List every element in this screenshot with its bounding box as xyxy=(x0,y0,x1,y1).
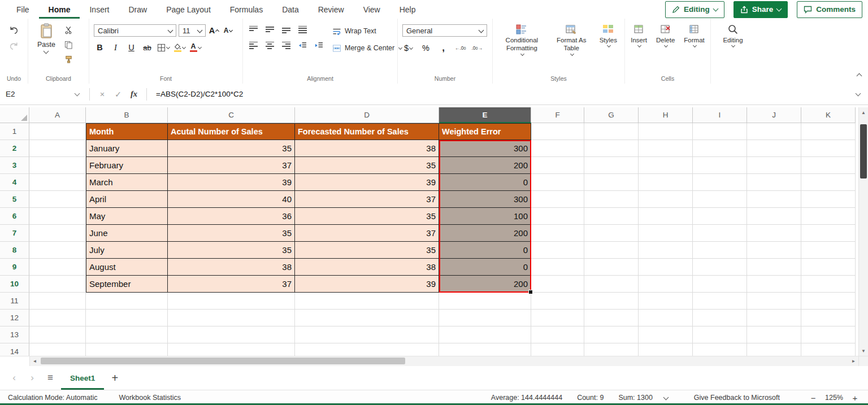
scroll-left-button[interactable]: ◄ xyxy=(30,356,40,366)
top-align-button[interactable] xyxy=(248,24,259,34)
cell-E1[interactable]: Weighted Error xyxy=(439,123,531,140)
cell-J8[interactable] xyxy=(747,242,801,259)
cell-C6[interactable]: 36 xyxy=(168,208,295,225)
cell-F6[interactable] xyxy=(531,208,584,225)
cell-I10[interactable] xyxy=(693,276,747,293)
column-header-B[interactable]: B xyxy=(86,107,168,123)
cell-C8[interactable]: 35 xyxy=(168,242,295,259)
cell-G12[interactable] xyxy=(584,310,639,326)
cell-E6[interactable]: 100 xyxy=(439,208,531,225)
feedback-link[interactable]: Give Feedback to Microsoft xyxy=(694,394,780,402)
cell-D1[interactable]: Forecasted Number of Sales xyxy=(295,123,439,140)
cell-B10[interactable]: September xyxy=(86,276,168,293)
vertical-scroll-track[interactable] xyxy=(859,117,868,346)
cell-D4[interactable]: 39 xyxy=(295,174,439,191)
cell-J4[interactable] xyxy=(747,174,801,191)
row-header-3[interactable]: 3 xyxy=(0,157,29,174)
cell-J7[interactable] xyxy=(747,225,801,242)
cell-K12[interactable] xyxy=(801,310,856,326)
cell-J11[interactable] xyxy=(747,293,801,310)
cell-I13[interactable] xyxy=(693,326,747,343)
cut-button[interactable] xyxy=(63,25,75,35)
cell-H3[interactable] xyxy=(639,157,693,174)
cell-I14[interactable] xyxy=(693,343,747,356)
increase-indent-button[interactable] xyxy=(313,40,324,50)
cell-E4[interactable]: 0 xyxy=(439,174,531,191)
sheet-tab-sheet1[interactable]: Sheet1 xyxy=(61,366,104,390)
copy-button[interactable] xyxy=(63,40,75,50)
cell-K10[interactable] xyxy=(801,276,856,293)
font-size-select[interactable]: 11 xyxy=(179,24,206,37)
align-right-button[interactable] xyxy=(280,40,292,50)
cell-B1[interactable]: Month xyxy=(86,123,168,140)
horizontal-scroll-thumb[interactable] xyxy=(41,358,405,364)
cancel-icon[interactable]: × xyxy=(94,90,110,99)
cell-D6[interactable]: 35 xyxy=(295,208,439,225)
menu-item-file[interactable]: File xyxy=(7,0,39,19)
cell-J6[interactable] xyxy=(747,208,801,225)
cell-K7[interactable] xyxy=(801,225,856,242)
cell-B3[interactable]: February xyxy=(86,157,168,174)
cell-H2[interactable] xyxy=(639,140,693,157)
cell-A5[interactable] xyxy=(29,191,86,208)
percent-style-button[interactable]: % xyxy=(420,42,432,54)
scroll-down-button[interactable]: ▼ xyxy=(859,346,868,356)
cell-H8[interactable] xyxy=(639,242,693,259)
select-all-corner[interactable] xyxy=(0,107,29,123)
cell-C7[interactable]: 35 xyxy=(168,225,295,242)
cell-A6[interactable] xyxy=(29,208,86,225)
column-header-H[interactable]: H xyxy=(639,107,693,123)
zoom-in-button[interactable]: + xyxy=(851,393,859,403)
row-header-2[interactable]: 2 xyxy=(0,140,29,157)
align-left-button[interactable] xyxy=(248,40,259,50)
cell-B13[interactable] xyxy=(86,326,168,343)
cell-A7[interactable] xyxy=(29,225,86,242)
cell-H6[interactable] xyxy=(639,208,693,225)
cell-J13[interactable] xyxy=(747,326,801,343)
menu-item-view[interactable]: View xyxy=(354,0,390,19)
row-header-10[interactable]: 10 xyxy=(0,276,29,293)
cell-I6[interactable] xyxy=(693,208,747,225)
status-summary-chevron-icon[interactable] xyxy=(663,394,669,400)
cell-J12[interactable] xyxy=(747,310,801,326)
cell-J5[interactable] xyxy=(747,191,801,208)
scroll-right-button[interactable]: ► xyxy=(849,356,858,366)
cell-K14[interactable] xyxy=(801,343,856,356)
cell-E13[interactable] xyxy=(439,326,531,343)
formula-input[interactable]: =ABS(C2-D2)/C2*100*C2 xyxy=(156,90,868,98)
cell-D9[interactable]: 38 xyxy=(295,259,439,276)
row-header-13[interactable]: 13 xyxy=(0,326,29,343)
column-header-D[interactable]: D xyxy=(295,107,439,123)
cell-H4[interactable] xyxy=(639,174,693,191)
cell-B12[interactable] xyxy=(86,310,168,326)
row-header-7[interactable]: 7 xyxy=(0,225,29,242)
row-header-4[interactable]: 4 xyxy=(0,174,29,191)
comma-style-button[interactable]: , xyxy=(437,42,449,54)
cell-K6[interactable] xyxy=(801,208,856,225)
column-header-E[interactable]: E xyxy=(439,107,531,123)
cell-B11[interactable] xyxy=(86,293,168,310)
borders-button[interactable] xyxy=(157,41,170,54)
cell-D7[interactable]: 37 xyxy=(295,225,439,242)
menu-item-page-layout[interactable]: Page Layout xyxy=(157,0,220,19)
cell-G7[interactable] xyxy=(584,225,639,242)
cell-C1[interactable]: Acutal Number of Sales xyxy=(168,123,295,140)
cell-A12[interactable] xyxy=(29,310,86,326)
justify-button[interactable] xyxy=(297,24,308,34)
row-header-12[interactable]: 12 xyxy=(0,310,29,326)
cell-I11[interactable] xyxy=(693,293,747,310)
menu-item-insert[interactable]: Insert xyxy=(80,0,119,19)
align-center-button[interactable] xyxy=(264,40,275,50)
cell-F9[interactable] xyxy=(531,259,584,276)
column-header-A[interactable]: A xyxy=(29,107,86,123)
increase-font-size-button[interactable]: A xyxy=(208,24,220,37)
cell-E3[interactable]: 200 xyxy=(439,157,531,174)
sheet-list-icon[interactable]: ≡ xyxy=(43,372,58,384)
cell-A9[interactable] xyxy=(29,259,86,276)
decrease-indent-button[interactable] xyxy=(297,40,308,50)
cell-A1[interactable] xyxy=(29,123,86,140)
cell-E12[interactable] xyxy=(439,310,531,326)
add-sheet-button[interactable]: + xyxy=(107,372,122,385)
row-header-5[interactable]: 5 xyxy=(0,191,29,208)
cell-F3[interactable] xyxy=(531,157,584,174)
